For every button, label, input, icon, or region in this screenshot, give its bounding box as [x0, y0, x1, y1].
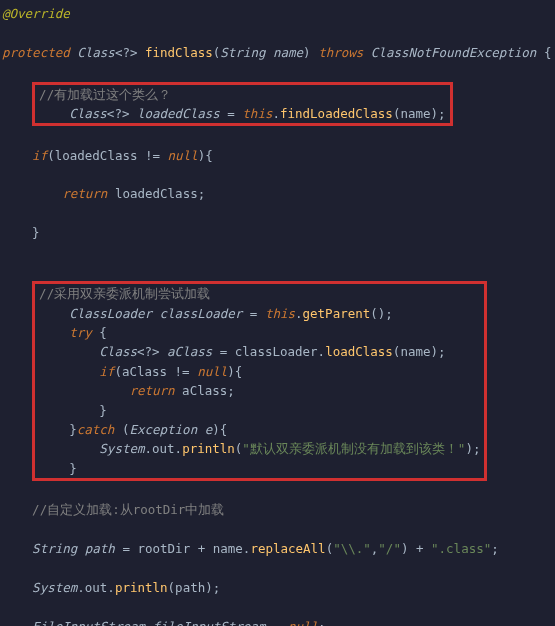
- string-literal: "默认双亲委派机制没有加载到该类！": [242, 441, 465, 456]
- return-val: aClass;: [182, 383, 235, 398]
- dot: .: [295, 306, 303, 321]
- kw-protected: protected: [2, 45, 77, 60]
- paren: ();: [370, 306, 393, 321]
- generic: <?>: [107, 106, 137, 121]
- expr: = classLoader.: [212, 344, 325, 359]
- kw-catch: catch: [77, 422, 122, 437]
- annotation: @Override: [2, 6, 70, 21]
- expr: = rootDir + name.: [115, 541, 250, 556]
- brace: {: [544, 45, 552, 60]
- method-println: println: [115, 580, 168, 595]
- highlight-box-2: //采用双亲委派机制尝试加载 ClassLoader classLoader =…: [32, 281, 487, 481]
- method-call: findLoadedClass: [280, 106, 393, 121]
- dot: .: [272, 106, 280, 121]
- dot-out: .out.: [144, 441, 182, 456]
- var-aclass: aClass: [167, 344, 212, 359]
- brace: }: [32, 225, 40, 240]
- type-classloader: ClassLoader: [69, 306, 159, 321]
- semi: ;: [318, 619, 326, 626]
- comment: //有加载过这个类么？: [39, 87, 171, 102]
- dot-out: .out.: [77, 580, 115, 595]
- eq: =: [220, 106, 243, 121]
- type-class: Class: [69, 106, 107, 121]
- code-editor[interactable]: @Override protected Class<?> findClass(S…: [0, 0, 555, 626]
- brace: ){: [198, 148, 213, 163]
- kw-this: this: [265, 306, 295, 321]
- method-println: println: [182, 441, 235, 456]
- var-fis: fileInputStream: [153, 619, 266, 626]
- args: (name);: [393, 344, 446, 359]
- brace: ){: [227, 364, 242, 379]
- brace: }: [69, 422, 77, 437]
- brace: ){: [212, 422, 227, 437]
- method-findclass: findClass: [145, 45, 213, 60]
- kw-throws: throws: [318, 45, 371, 60]
- exception-type: ClassNotFoundException: [371, 45, 544, 60]
- type-string: String: [32, 541, 85, 556]
- var-loadedclass: loadedClass: [137, 106, 220, 121]
- string-literal: ".class": [431, 541, 491, 556]
- brace: {: [99, 325, 107, 340]
- comment: //自定义加载:从rootDir中加载: [32, 502, 224, 517]
- semi: ;: [491, 541, 499, 556]
- var-classloader: classLoader: [160, 306, 243, 321]
- brace: }: [69, 461, 77, 476]
- comment: //采用双亲委派机制尝试加载: [39, 286, 210, 301]
- eq: =: [265, 619, 288, 626]
- kw-return: return: [62, 186, 115, 201]
- kw-null: null: [168, 148, 198, 163]
- paren: );: [465, 441, 480, 456]
- kw-null: null: [288, 619, 318, 626]
- param: String name: [220, 45, 303, 60]
- kw-this: this: [242, 106, 272, 121]
- var-path: path: [85, 541, 115, 556]
- string-literal: "/": [378, 541, 401, 556]
- exception-param: Exception e: [129, 422, 212, 437]
- string-literal: "\\.": [333, 541, 371, 556]
- paren: ): [303, 45, 318, 60]
- kw-if: if: [32, 148, 47, 163]
- eq: =: [242, 306, 265, 321]
- generic: <?>: [137, 344, 167, 359]
- type-fileinputstream: FileInputStream: [32, 619, 152, 626]
- kw-null: null: [197, 364, 227, 379]
- return-val: loadedClass;: [115, 186, 205, 201]
- class-system: System: [32, 580, 77, 595]
- kw-if: if: [99, 364, 114, 379]
- generic: <?>: [115, 45, 145, 60]
- method-replaceall: replaceAll: [250, 541, 325, 556]
- type-class: Class: [77, 45, 115, 60]
- kw-try: try: [69, 325, 99, 340]
- cond: (loadedClass !=: [47, 148, 167, 163]
- brace: }: [99, 403, 107, 418]
- args: (path);: [168, 580, 221, 595]
- class-system: System: [99, 441, 144, 456]
- method-loadclass: loadClass: [325, 344, 393, 359]
- cond: (aClass !=: [114, 364, 197, 379]
- highlight-box-1: //有加载过这个类么？ Class<?> loadedClass = this.…: [32, 82, 452, 127]
- args: (name);: [393, 106, 446, 121]
- concat: ) +: [401, 541, 431, 556]
- kw-return: return: [129, 383, 182, 398]
- method-getparent: getParent: [303, 306, 371, 321]
- type-class: Class: [99, 344, 137, 359]
